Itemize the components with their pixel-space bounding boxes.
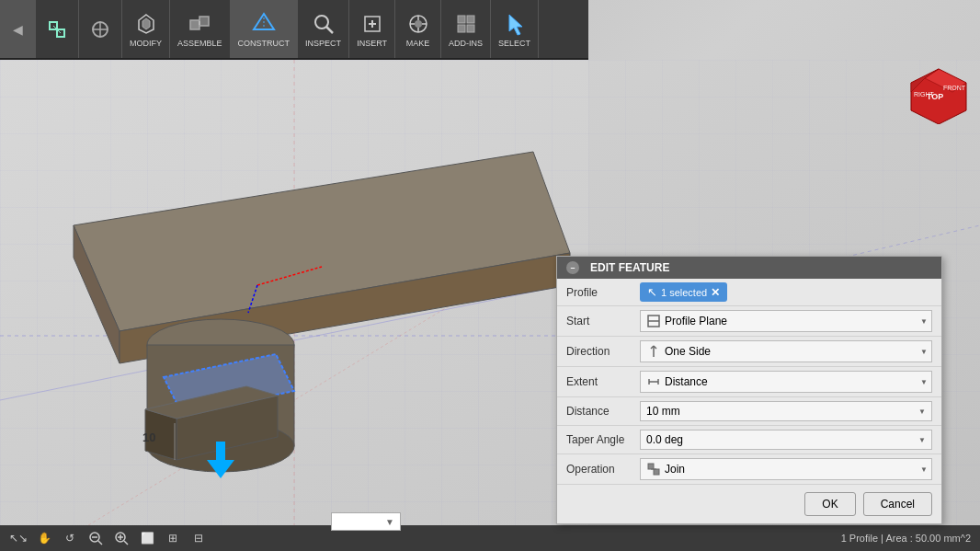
- svg-marker-11: [164, 354, 294, 414]
- toolbar-make[interactable]: MAKE: [395, 0, 441, 58]
- taper-angle-value: 0.0 deg: [646, 433, 683, 446]
- profile-control: ↖ 1 selected ✕: [640, 282, 932, 302]
- start-dropdown-arrow[interactable]: ▼: [920, 317, 928, 326]
- edit-feature-panel: – EDIT FEATURE Profile ↖ 1 selected ✕ St…: [556, 256, 942, 524]
- pan-icon[interactable]: ✋: [35, 529, 53, 547]
- svg-marker-13: [145, 409, 177, 460]
- navigate-icon[interactable]: ↖↘: [9, 529, 28, 547]
- svg-rect-9: [147, 345, 294, 446]
- svg-marker-58: [509, 15, 522, 35]
- extent-dropdown[interactable]: Distance ▼: [640, 371, 932, 393]
- svg-rect-55: [467, 16, 474, 23]
- extent-dropdown-arrow[interactable]: ▼: [920, 378, 928, 386]
- extent-row: Extent Distance ▼: [557, 367, 941, 397]
- svg-rect-57: [467, 25, 474, 32]
- panel-buttons: OK Cancel: [557, 485, 941, 523]
- direction-row: Direction One Side ▼: [557, 337, 941, 367]
- extent-value: Distance: [665, 375, 708, 388]
- back-button[interactable]: ◀: [0, 0, 36, 58]
- toolbar-modify[interactable]: MODIFY: [122, 0, 170, 58]
- toolbar-inspect[interactable]: INSPECT: [298, 0, 349, 58]
- bottom-toolbar: ↖↘ ✋ ↺ ⬜ ⊞ ⊟ 1 Profile | Area : 50.00 mm…: [0, 525, 980, 551]
- taper-dropdown-arrow[interactable]: ▼: [918, 436, 926, 444]
- direction-control[interactable]: One Side ▼: [640, 340, 932, 362]
- cancel-button[interactable]: Cancel: [863, 492, 932, 516]
- join-icon: [646, 462, 661, 476]
- svg-line-20: [248, 285, 257, 313]
- navigation-cube[interactable]: TOP FRONT RIGHT: [906, 64, 971, 124]
- toolbar-assemble[interactable]: ASSEMBLE: [170, 0, 231, 58]
- svg-point-43: [315, 16, 328, 29]
- svg-line-3: [0, 281, 588, 400]
- svg-line-44: [326, 27, 333, 33]
- toolbar-construct[interactable]: CONSTRUCT: [231, 0, 299, 58]
- start-dropdown[interactable]: Profile Plane ▼: [640, 310, 932, 332]
- operation-dropdown[interactable]: Join ▼: [640, 458, 932, 480]
- toolbar-insert[interactable]: INSERT: [349, 0, 395, 58]
- toolbar-select[interactable]: SELECT: [491, 0, 539, 58]
- distance-row: Distance 10 mm ▼: [557, 397, 941, 426]
- svg-line-76: [124, 541, 128, 545]
- operation-row: Operation Join ▼: [557, 454, 941, 485]
- distance-input[interactable]: 10 mm ▼: [640, 401, 932, 421]
- clear-selection-button[interactable]: ✕: [711, 286, 720, 299]
- svg-marker-5: [74, 152, 570, 331]
- direction-value: One Side: [665, 345, 711, 358]
- direction-icon: [646, 344, 661, 359]
- cursor-icon: ↖: [647, 285, 657, 299]
- start-label: Start: [566, 315, 640, 327]
- distance-dropdown-arrow[interactable]: ▼: [918, 408, 926, 416]
- svg-text:10: 10: [142, 430, 155, 444]
- svg-marker-12: [177, 396, 278, 460]
- grid-icon[interactable]: ⊞: [164, 529, 182, 547]
- svg-marker-36: [142, 18, 150, 29]
- svg-rect-68: [654, 469, 659, 475]
- svg-line-19: [257, 267, 322, 285]
- toolbar-addins[interactable]: ADD-INS: [441, 0, 491, 58]
- profile-label: Profile: [566, 286, 640, 299]
- direction-label: Direction: [566, 345, 640, 358]
- svg-marker-7: [120, 253, 570, 363]
- operation-dropdown-arrow[interactable]: ▼: [920, 465, 928, 474]
- operation-control[interactable]: Join ▼: [640, 458, 932, 480]
- tb-icon-1[interactable]: [36, 0, 79, 58]
- display-icon[interactable]: ⬜: [138, 529, 156, 547]
- svg-marker-17: [207, 460, 234, 478]
- svg-rect-56: [458, 25, 465, 32]
- taper-angle-row: Taper Angle 0.0 deg ▼: [557, 426, 941, 454]
- svg-rect-54: [458, 16, 465, 23]
- direction-dropdown[interactable]: One Side ▼: [640, 340, 932, 362]
- start-icon: [646, 314, 661, 328]
- profile-row: Profile ↖ 1 selected ✕: [557, 279, 941, 306]
- extent-control[interactable]: Distance ▼: [640, 371, 932, 393]
- svg-marker-6: [74, 225, 120, 363]
- svg-rect-18: [216, 442, 225, 462]
- dim-value-field[interactable]: 10 mm: [337, 515, 383, 528]
- settings-icon[interactable]: ⊟: [189, 529, 208, 547]
- svg-line-4: [46, 244, 552, 551]
- svg-point-49: [415, 20, 422, 28]
- ok-button[interactable]: OK: [804, 492, 855, 516]
- dimension-input[interactable]: 10 mm ▼: [331, 512, 401, 531]
- dim-dropdown-arrow[interactable]: ▼: [385, 517, 394, 527]
- svg-text:RIGHT: RIGHT: [914, 91, 935, 98]
- svg-rect-67: [648, 464, 654, 469]
- tb-icon-2[interactable]: [79, 0, 122, 58]
- taper-angle-input[interactable]: 0.0 deg ▼: [640, 430, 932, 450]
- svg-line-72: [98, 541, 102, 545]
- zoom-in-icon[interactable]: [112, 529, 131, 547]
- profile-selected-badge[interactable]: ↖ 1 selected ✕: [640, 282, 727, 302]
- start-control[interactable]: Profile Plane ▼: [640, 310, 932, 332]
- orbit-icon[interactable]: ↺: [61, 529, 79, 547]
- svg-marker-14: [145, 386, 278, 419]
- distance-value: 10 mm: [646, 405, 680, 418]
- svg-rect-38: [199, 17, 209, 26]
- zoom-out-icon[interactable]: [86, 529, 105, 547]
- svg-point-10: [147, 420, 294, 472]
- direction-dropdown-arrow[interactable]: ▼: [920, 348, 928, 356]
- panel-header: – EDIT FEATURE: [557, 257, 941, 279]
- distance-label: Distance: [566, 405, 640, 418]
- panel-close-button[interactable]: –: [566, 261, 579, 274]
- distance-control[interactable]: 10 mm ▼: [640, 401, 932, 421]
- taper-angle-control[interactable]: 0.0 deg ▼: [640, 430, 932, 450]
